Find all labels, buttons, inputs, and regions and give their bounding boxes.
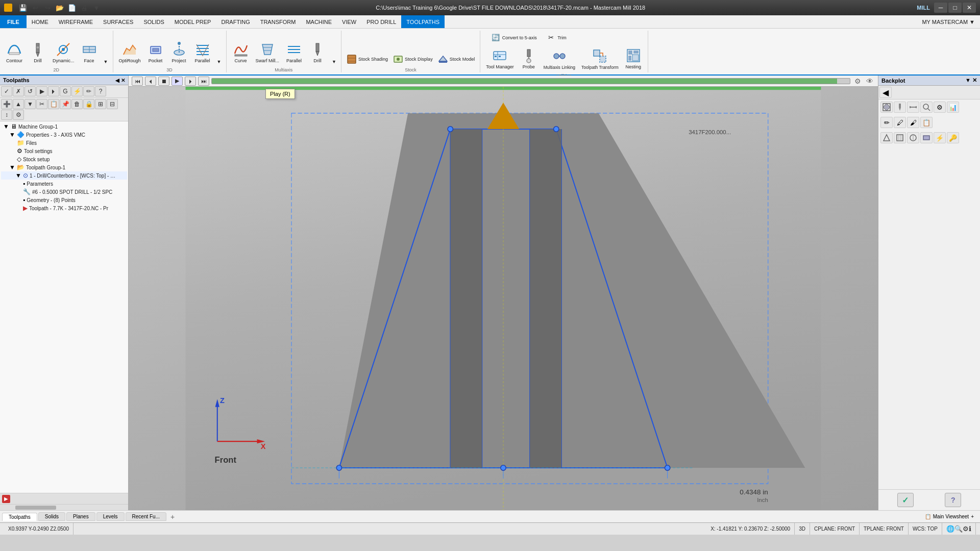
tp-help[interactable]: ? bbox=[95, 86, 106, 96]
ribbon-btn-pocket[interactable]: Pocket bbox=[144, 40, 167, 65]
ribbon-btn-trim[interactable]: ✂ Trim bbox=[544, 32, 569, 44]
menu-drafting[interactable]: DRAFTING bbox=[216, 15, 255, 28]
panel-close-btn[interactable]: ✕ bbox=[121, 78, 125, 83]
ribbon-btn-stock-display[interactable]: Stock Display bbox=[391, 53, 435, 65]
status-settings-icon[interactable]: ⚙ bbox=[963, 525, 969, 533]
bp-edit-icon[interactable]: ✏ bbox=[880, 117, 893, 128]
tp-backplot[interactable]: ▶ bbox=[36, 86, 47, 96]
tp-delete[interactable]: 🗑 bbox=[71, 99, 83, 109]
ribbon-btn-curve[interactable]: Curve bbox=[230, 40, 252, 65]
panel-collapse-btn[interactable]: ◀ bbox=[115, 78, 119, 83]
menu-file[interactable]: FILE bbox=[0, 15, 27, 28]
ribbon-2d-more[interactable]: ▼ bbox=[102, 58, 110, 65]
menu-home[interactable]: HOME bbox=[27, 15, 54, 28]
tree-properties[interactable]: ▼ 🔷 Properties - 3 - AXIS VMC bbox=[1, 131, 127, 139]
tab-planes[interactable]: Planes bbox=[66, 512, 95, 521]
ribbon-btn-project[interactable]: Project bbox=[168, 40, 190, 65]
tp-new-group[interactable]: ➕ bbox=[1, 99, 12, 109]
ribbon-btn-face[interactable]: Face bbox=[78, 40, 101, 65]
ribbon-btn-contour[interactable]: Contour bbox=[3, 40, 26, 65]
bp-r4[interactable] bbox=[920, 132, 933, 143]
ribbon-btn-drill-ma[interactable]: Drill bbox=[306, 40, 329, 65]
status-zoom-icon[interactable]: 🔍 bbox=[954, 525, 963, 533]
bp-accept-btn[interactable]: ✓ bbox=[897, 493, 914, 507]
ribbon-btn-swarf[interactable]: Swarf Mill... bbox=[253, 40, 282, 65]
sim-step-fwd[interactable]: ⏵ bbox=[185, 77, 196, 86]
tab-add-btn[interactable]: + bbox=[167, 512, 178, 521]
tp-lock[interactable]: 🔒 bbox=[83, 99, 94, 109]
tp-collapse[interactable]: ⊟ bbox=[107, 99, 118, 109]
ribbon-btn-stock-model[interactable]: Stock Model bbox=[436, 53, 477, 65]
tab-levels[interactable]: Levels bbox=[96, 512, 125, 521]
menu-wireframe[interactable]: WIREFRAME bbox=[54, 15, 98, 28]
bp-settings-icon[interactable]: ⚙ bbox=[934, 102, 946, 113]
sim-view-icon[interactable]: 👁 bbox=[865, 77, 875, 86]
qat-more[interactable]: ▼ bbox=[91, 2, 102, 13]
play-run-btn[interactable]: ▶ bbox=[2, 495, 10, 503]
tp-sort[interactable]: ↕ bbox=[1, 110, 12, 120]
window-controls[interactable]: ─ □ ✕ bbox=[934, 3, 976, 13]
ribbon-btn-multiaxis-link[interactable]: Multiaxis Linking bbox=[541, 46, 578, 71]
bp-zoom-icon[interactable] bbox=[920, 102, 933, 113]
tp-simulate[interactable]: ⏵ bbox=[48, 86, 59, 96]
tab-toolpaths[interactable]: Toolpaths bbox=[2, 513, 37, 521]
tp-move-up[interactable]: ▲ bbox=[13, 99, 24, 109]
ribbon-btn-tool-manager[interactable]: Tool Manager bbox=[483, 46, 517, 71]
status-info-icon[interactable]: ℹ bbox=[969, 525, 971, 533]
bp-view-icon[interactable] bbox=[880, 102, 893, 113]
bp-arrow-left[interactable]: ◀ bbox=[879, 87, 892, 98]
sim-step-back[interactable]: ⏴ bbox=[145, 77, 156, 86]
save-btn[interactable]: 💾 bbox=[17, 2, 29, 13]
tab-recent-fu[interactable]: Recent Fu... bbox=[126, 512, 166, 521]
viewport[interactable]: ⏮ ⏴ ⏹ ▶ ⏵ ⏭ ⚙ 👁 Play (R) bbox=[129, 76, 878, 510]
sim-progress-bar[interactable] bbox=[211, 78, 850, 84]
bp-r6[interactable]: 🔑 bbox=[947, 132, 959, 143]
tree-tool-settings[interactable]: ⚙ Tool settings bbox=[1, 147, 127, 155]
menu-toolpaths[interactable]: TOOLPATHS bbox=[401, 15, 445, 28]
tp-toolpath-edit[interactable]: ✏ bbox=[83, 86, 94, 96]
tree-geometry[interactable]: ▪ Geometry - (8) Points bbox=[1, 196, 127, 204]
tree-files[interactable]: 📁 Files bbox=[1, 139, 127, 147]
ribbon-btn-dynamic[interactable]: Dynamic... bbox=[50, 40, 77, 65]
scroll-thumb[interactable] bbox=[15, 506, 56, 510]
menu-model-prep[interactable]: MODEL PREP bbox=[169, 15, 216, 28]
ribbon-btn-optirough[interactable]: OptiRough bbox=[116, 40, 143, 65]
bp-nav-icon[interactable]: ▼ bbox=[965, 77, 971, 84]
tp-select-all[interactable]: ✓ bbox=[1, 86, 12, 96]
menu-surfaces[interactable]: SURFACES bbox=[98, 15, 138, 28]
status-globe-icon[interactable]: 🌐 bbox=[946, 525, 954, 533]
bp-close-btn[interactable]: ✕ bbox=[972, 77, 977, 84]
undo-btn[interactable]: ↩ bbox=[30, 2, 41, 13]
sim-play[interactable]: ▶ bbox=[172, 77, 183, 86]
open-btn[interactable]: 📂 bbox=[54, 2, 65, 13]
tree-drill-op[interactable]: ▼ ⊙ 1 - Drill/Counterbore - [WCS: Top] -… bbox=[1, 171, 127, 180]
menu-my-mastercam[interactable]: MY MASTERCAM ▼ bbox=[917, 15, 980, 28]
tree-parameters[interactable]: ▪ Parameters bbox=[1, 180, 127, 188]
bp-r1[interactable] bbox=[880, 132, 893, 143]
horizontal-scrollbar[interactable] bbox=[0, 504, 128, 510]
ribbon-3d-more[interactable]: ▼ bbox=[215, 58, 223, 65]
tp-filter[interactable]: ⚙ bbox=[13, 110, 24, 120]
tp-paste[interactable]: 📌 bbox=[60, 99, 71, 109]
tp-copy[interactable]: 📋 bbox=[48, 99, 59, 109]
bp-r3[interactable] bbox=[907, 132, 919, 143]
tree-tool[interactable]: 🔧 #6 - 0.5000 SPOT DRILL - 1/2 SPC bbox=[1, 188, 127, 196]
ribbon-btn-nesting[interactable]: Nesting bbox=[622, 46, 645, 71]
tp-highfeed[interactable]: ⚡ bbox=[71, 86, 83, 96]
sim-rewind-start[interactable]: ⏮ bbox=[132, 77, 143, 86]
bp-r5[interactable]: ⚡ bbox=[934, 132, 946, 143]
maximize-btn[interactable]: □ bbox=[948, 3, 962, 13]
menu-transform[interactable]: TRANSFORM bbox=[255, 15, 301, 28]
menu-machine[interactable]: MACHINE bbox=[301, 15, 337, 28]
minimize-btn[interactable]: ─ bbox=[934, 3, 947, 13]
menu-pro-drill[interactable]: PRO DRILL bbox=[361, 15, 401, 28]
ribbon-btn-drill[interactable]: Drill bbox=[27, 40, 49, 65]
tp-deselect[interactable]: ✗ bbox=[13, 86, 24, 96]
main-viewsheet-expand[interactable]: + bbox=[971, 514, 974, 519]
bp-tool-icon[interactable] bbox=[894, 102, 906, 113]
tree-stock-setup[interactable]: ◇ Stock setup bbox=[1, 155, 127, 163]
ribbon-btn-parallel-3d[interactable]: Parallel bbox=[191, 40, 214, 65]
bp-chart-icon[interactable]: 📊 bbox=[947, 102, 959, 113]
sim-fast-fwd[interactable]: ⏭ bbox=[198, 77, 209, 86]
tree-machine-group[interactable]: ▼ 🖥 Machine Group-1 bbox=[1, 122, 127, 131]
